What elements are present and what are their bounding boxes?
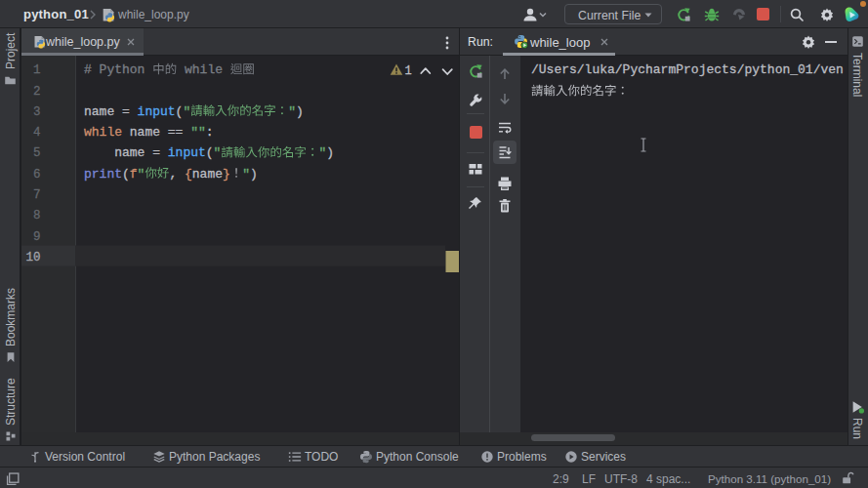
svg-text::: : [206, 125, 214, 140]
svg-text:input: input [168, 145, 206, 160]
svg-text:6: 6 [33, 168, 41, 182]
svg-text:2: 2 [33, 85, 41, 99]
svg-text:": " [183, 104, 190, 119]
svg-text:name =: name = [84, 104, 138, 119]
svg-text:): ) [326, 145, 334, 160]
svg-text:9: 9 [33, 230, 41, 244]
svg-text:": " [288, 104, 296, 119]
svg-text:1: 1 [33, 63, 41, 77]
svg-text:): ) [296, 104, 304, 119]
svg-text:": " [318, 145, 326, 160]
svg-text:"": "" [190, 125, 206, 140]
svg-text:}: } [223, 167, 230, 182]
svg-text:): ) [250, 167, 258, 182]
svg-text:{: { [185, 167, 192, 182]
svg-text:name: name [192, 167, 223, 182]
svg-text:while: while [177, 62, 230, 77]
svg-text:while: while [84, 125, 122, 140]
svg-text:,: , [169, 167, 185, 182]
svg-text:10: 10 [25, 251, 40, 264]
svg-text:1: 1 [405, 64, 412, 78]
svg-text:f: f [130, 167, 138, 182]
svg-text:5: 5 [33, 146, 41, 160]
svg-text:(: ( [206, 145, 214, 160]
svg-text:# Python: # Python [84, 62, 152, 77]
svg-text:name: name [130, 125, 168, 140]
svg-text:(: ( [176, 104, 184, 119]
svg-text:3: 3 [33, 105, 41, 119]
svg-text:print: print [84, 167, 122, 182]
svg-text:==: == [168, 125, 190, 140]
svg-text:": " [214, 145, 222, 160]
svg-text:8: 8 [33, 209, 41, 223]
svg-text:": " [138, 167, 145, 182]
svg-text:input: input [138, 104, 176, 119]
svg-text:/Users/luka/PycharmProjects/py: /Users/luka/PycharmProjects/python_01/ve… [531, 62, 844, 77]
svg-text:7: 7 [33, 188, 41, 202]
svg-text:(: ( [122, 167, 130, 182]
svg-text:name =: name = [114, 145, 168, 160]
svg-text:4: 4 [33, 126, 41, 140]
svg-text:": " [242, 167, 250, 182]
